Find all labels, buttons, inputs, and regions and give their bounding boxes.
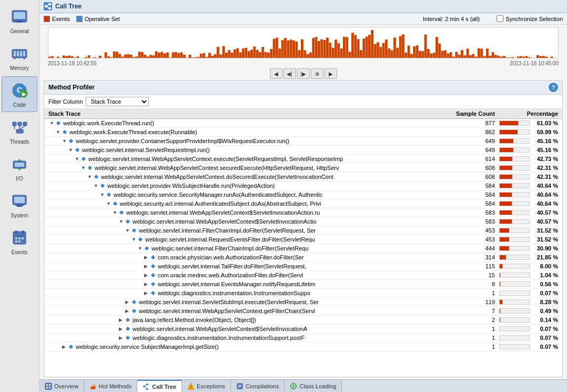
svg-rect-98 (208, 53, 211, 58)
table-row[interactable]: ▼weblogic.servlet.internal.WebAppServlet… (44, 155, 562, 164)
expand-icon[interactable]: ▶ (144, 273, 149, 278)
table-row[interactable]: ▼weblogic.security.acl.internal.Authenti… (44, 199, 562, 208)
svg-rect-10 (24, 58, 25, 59)
sidebar-item-system[interactable]: System (2, 187, 37, 223)
tab-hot-methods[interactable]: Hot Methods (84, 380, 137, 392)
expand-icon[interactable]: ▼ (49, 120, 55, 126)
nav-back-start-button[interactable]: ◀| (284, 68, 296, 79)
expand-icon[interactable]: ▼ (62, 138, 67, 144)
svg-rect-196 (483, 56, 486, 58)
filter-select[interactable]: Stack Trace Sample Count Percentage (86, 97, 149, 106)
expand-icon[interactable]: ▼ (100, 192, 105, 197)
sidebar-item-memory[interactable]: Memory (2, 39, 37, 75)
cell-pct: 40.57 % (499, 209, 562, 216)
method-icon (100, 183, 105, 188)
svg-rect-237 (151, 282, 155, 286)
table-row[interactable]: ▶weblogic.servlet.internal.ServletStubIm… (44, 298, 562, 307)
svg-rect-50 (68, 56, 70, 58)
expand-icon[interactable]: ▶ (119, 335, 124, 340)
nav-zoom-button[interactable]: ⊕ (311, 68, 323, 79)
cell-pct: 45.16 % (499, 138, 562, 144)
nav-back-button[interactable]: ◀ (270, 68, 282, 79)
pct-bar (500, 237, 509, 242)
expand-icon[interactable]: ▶ (144, 282, 149, 287)
svg-rect-59 (96, 58, 99, 58)
svg-rect-143 (335, 39, 337, 58)
expand-icon[interactable]: ▶ (144, 264, 149, 269)
cell-pct: 40.64 % (499, 200, 562, 207)
tab-call-tree[interactable]: Call Tree (137, 380, 182, 392)
help-icon[interactable]: ? (549, 83, 558, 92)
table-row[interactable]: ▼weblogic.servlet.internal.WebAppServlet… (44, 173, 562, 182)
table-row[interactable]: ▶weblogic.diagnostics.instrumentation.In… (44, 289, 562, 298)
cell-pct: 0.56 % (499, 281, 562, 287)
tab-exceptions[interactable]: ! Exceptions (182, 380, 231, 392)
expand-icon[interactable]: ▶ (125, 308, 130, 314)
pct-text: 0.07 % (532, 326, 558, 332)
profiler-title: Method Profiler (48, 84, 95, 91)
compilations-icon (236, 383, 244, 390)
pct-bar (500, 130, 518, 134)
table-row[interactable]: ▶com.oracle.physician.web.AuthorizationF… (44, 253, 562, 262)
sidebar-item-events[interactable]: Events (2, 224, 37, 259)
expand-icon[interactable]: ▼ (131, 237, 137, 242)
expand-icon[interactable]: ▶ (144, 290, 149, 296)
table-row[interactable]: ▶weblogic.security.service.SubjectManage… (44, 343, 562, 351)
sidebar-item-code[interactable]: C ▶ Code (2, 76, 37, 112)
table-row[interactable]: ▶java.lang.reflect.Method.invoke(Object,… (44, 316, 562, 325)
svg-rect-149 (351, 33, 354, 58)
nav-forward-end-button[interactable]: |▶ (297, 68, 310, 79)
expand-icon[interactable]: ▼ (106, 201, 112, 206)
expand-icon[interactable]: ▶ (62, 344, 67, 349)
svg-rect-121 (273, 39, 276, 58)
table-row[interactable]: ▼weblogic.servlet.internal.RequestEvents… (44, 235, 562, 244)
table-row[interactable]: ▼weblogic.servlet.internal.FilterChainIm… (44, 244, 562, 253)
table-row[interactable]: ▶weblogic.servlet.internal.EventsManager… (44, 280, 562, 289)
method-text: weblogic.servlet.internal.WebAppServletC… (133, 326, 307, 332)
expand-icon[interactable]: ▼ (68, 147, 74, 153)
table-row[interactable]: ▼weblogic.work.ExecuteThread.execute(Run… (44, 128, 562, 137)
sync-selection[interactable]: Synchronize Selection (497, 15, 563, 22)
expand-icon[interactable]: ▼ (56, 129, 61, 135)
expand-icon[interactable]: ▼ (94, 183, 99, 188)
expand-icon[interactable]: ▼ (87, 174, 93, 179)
expand-icon[interactable]: ▼ (119, 219, 124, 224)
table-row[interactable]: ▶weblogic.servlet.internal.WebAppServlet… (44, 325, 562, 334)
expand-icon[interactable]: ▼ (138, 246, 143, 251)
table-row[interactable]: ▼weblogic.work.ExecuteThread.run()87761.… (44, 119, 562, 128)
expand-icon[interactable]: ▶ (119, 326, 124, 331)
timeline-container[interactable] (48, 27, 559, 58)
tab-overview[interactable]: Overview (39, 380, 84, 392)
table-row[interactable]: ▼weblogic.servlet.internal.WebAppServlet… (44, 217, 562, 226)
tab-class-loading[interactable]: Class Loading (285, 380, 342, 392)
table-body[interactable]: ▼weblogic.work.ExecuteThread.run()87761.… (44, 119, 562, 377)
sidebar-item-general[interactable]: General (2, 3, 37, 38)
sidebar-item-threads[interactable]: Threads (2, 113, 37, 149)
svg-rect-204 (505, 57, 508, 58)
expand-icon[interactable]: ▼ (113, 210, 118, 215)
expand-icon[interactable]: ▶ (119, 317, 124, 323)
table-row[interactable]: ▼weblogic.servlet.provider.ContainerSupp… (44, 137, 562, 146)
table-row[interactable]: ▶weblogic.diagnostics.instrumentation.In… (44, 334, 562, 343)
sidebar-item-io[interactable]: I/O (2, 150, 37, 186)
expand-icon[interactable]: ▶ (144, 255, 149, 260)
table-row[interactable]: ▶weblogic.servlet.internal.WebAppServlet… (44, 307, 562, 316)
expand-icon[interactable]: ▼ (75, 156, 80, 162)
expand-icon[interactable]: ▶ (125, 299, 130, 305)
sync-checkbox-input[interactable] (497, 15, 503, 22)
expand-icon[interactable]: ▼ (125, 228, 130, 233)
table-row[interactable]: ▶com.oracle.medrec.web.AuthorizationFilt… (44, 271, 562, 280)
pct-text: 0.07 % (532, 290, 558, 296)
table-row[interactable]: ▼weblogic.servlet.provider.WlsSubjectHan… (44, 182, 562, 190)
table-row[interactable]: ▼weblogic.security.service.SecurityManag… (44, 190, 562, 199)
svg-rect-167 (402, 34, 404, 58)
nav-forward-button[interactable]: ▶ (325, 68, 337, 79)
tab-compilations[interactable]: Compilations (231, 380, 285, 392)
table-row[interactable]: ▼weblogic.servlet.internal.FilterChainIm… (44, 226, 562, 235)
table-row[interactable]: ▶weblogic.servlet.internal.TailFilter.do… (44, 262, 562, 271)
table-row[interactable]: ▼weblogic.servlet.internal.ServletReques… (44, 146, 562, 155)
table-row[interactable]: ▼weblogic.servlet.internal.WebAppServlet… (44, 164, 562, 173)
table-row[interactable]: ▼weblogic.servlet.internal.WebAppServlet… (44, 208, 562, 217)
expand-icon[interactable]: ▼ (81, 165, 86, 170)
cell-stack: ▶weblogic.servlet.internal.TailFilter.do… (44, 263, 447, 269)
